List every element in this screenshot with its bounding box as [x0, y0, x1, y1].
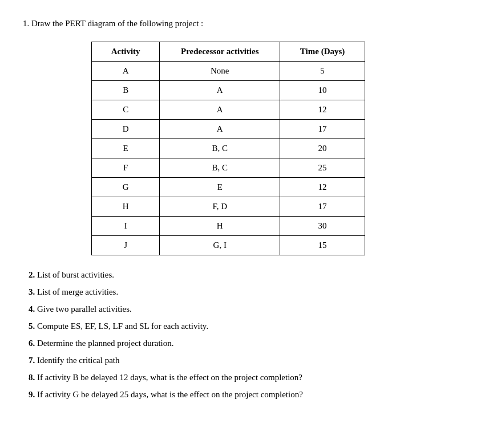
question-number-2: 2. [29, 270, 35, 279]
cell-time: 30 [280, 216, 365, 235]
question-1: 1. Draw the PERT diagram of the followin… [23, 17, 474, 30]
cell-predecessor: F, D [160, 197, 280, 216]
cell-activity: E [92, 139, 160, 158]
question-item-3: 3. List of merge activities. [29, 285, 474, 299]
pert-table-container: Activity Predecessor activities Time (Da… [91, 42, 474, 255]
cell-time: 12 [280, 100, 365, 119]
col-header-activity: Activity [92, 42, 160, 61]
table-row: IH30 [92, 216, 365, 235]
cell-predecessor: None [160, 61, 280, 80]
cell-predecessor: E [160, 177, 280, 197]
cell-time: 17 [280, 197, 365, 216]
question-item-7: 7. Identify the critical path [29, 353, 474, 367]
table-row: ANone5 [92, 61, 365, 80]
cell-predecessor: B, C [160, 158, 280, 177]
cell-predecessor: G, I [160, 235, 280, 255]
question-text-8: If activity B be delayed 12 days, what i… [35, 373, 302, 382]
q1-number: 1. [23, 19, 29, 28]
cell-time: 20 [280, 139, 365, 158]
question-number-9: 9. [29, 390, 35, 399]
question-number-5: 5. [29, 321, 35, 331]
question-number-3: 3. [29, 287, 35, 296]
cell-predecessor: H [160, 216, 280, 235]
q1-text: Draw the PERT diagram of the following p… [31, 19, 203, 28]
question-number-4: 4. [29, 304, 35, 313]
cell-predecessor: A [160, 119, 280, 139]
question-text-2: List of burst activities. [35, 270, 114, 279]
table-row: CA12 [92, 100, 365, 119]
question-text-6: Determine the planned project duration. [35, 339, 173, 348]
cell-predecessor: B, C [160, 139, 280, 158]
question-text-3: List of merge activities. [35, 287, 118, 296]
col-header-time: Time (Days) [280, 42, 365, 61]
question-text-5: Compute ES, EF, LS, LF and SL for each a… [35, 321, 208, 331]
table-row: EB, C20 [92, 139, 365, 158]
col-header-predecessor: Predecessor activities [160, 42, 280, 61]
question-item-8: 8. If activity B be delayed 12 days, wha… [29, 370, 474, 384]
cell-activity: I [92, 216, 160, 235]
table-row: GE12 [92, 177, 365, 197]
cell-activity: B [92, 80, 160, 100]
question-number-8: 8. [29, 373, 35, 382]
question-number-6: 6. [29, 339, 35, 348]
cell-activity: J [92, 235, 160, 255]
question-number-7: 7. [29, 356, 35, 365]
question-item-6: 6. Determine the planned project duratio… [29, 336, 474, 350]
cell-activity: G [92, 177, 160, 197]
question-item-4: 4. Give two parallel activities. [29, 302, 474, 316]
cell-predecessor: A [160, 100, 280, 119]
question-item-9: 9. If activity G be delayed 25 days, wha… [29, 388, 474, 401]
cell-time: 15 [280, 235, 365, 255]
pert-table: Activity Predecessor activities Time (Da… [91, 42, 365, 255]
question-text-9: If activity G be delayed 25 days, what i… [35, 390, 303, 399]
table-header-row: Activity Predecessor activities Time (Da… [92, 42, 365, 61]
cell-activity: A [92, 61, 160, 80]
table-row: DA17 [92, 119, 365, 139]
cell-predecessor: A [160, 80, 280, 100]
cell-activity: F [92, 158, 160, 177]
question-item-5: 5. Compute ES, EF, LS, LF and SL for eac… [29, 319, 474, 333]
cell-activity: H [92, 197, 160, 216]
table-row: HF, D17 [92, 197, 365, 216]
cell-time: 17 [280, 119, 365, 139]
question-text-7: Identify the critical path [35, 356, 119, 365]
table-row: BA10 [92, 80, 365, 100]
questions-list: 2. List of burst activities.3. List of m… [29, 268, 474, 401]
question-text-4: Give two parallel activities. [35, 304, 132, 313]
cell-time: 25 [280, 158, 365, 177]
cell-time: 12 [280, 177, 365, 197]
cell-time: 5 [280, 61, 365, 80]
cell-activity: D [92, 119, 160, 139]
table-row: FB, C25 [92, 158, 365, 177]
cell-activity: C [92, 100, 160, 119]
question-item-2: 2. List of burst activities. [29, 268, 474, 282]
cell-time: 10 [280, 80, 365, 100]
table-row: JG, I15 [92, 235, 365, 255]
